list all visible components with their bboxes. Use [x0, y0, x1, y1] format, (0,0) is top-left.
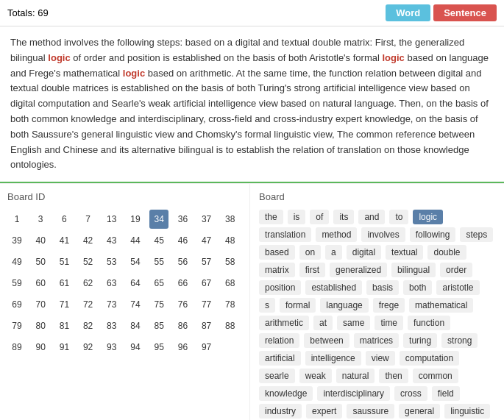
- board-cell[interactable]: 67: [197, 274, 216, 293]
- word-tag[interactable]: frege: [373, 298, 405, 313]
- word-tag[interactable]: its: [333, 210, 354, 224]
- word-tag[interactable]: artificial: [259, 351, 301, 366]
- word-tag[interactable]: expert: [306, 404, 342, 419]
- word-tag[interactable]: between: [304, 333, 349, 348]
- board-cell[interactable]: 39: [7, 231, 26, 250]
- board-cell[interactable]: 57: [197, 252, 216, 271]
- word-button[interactable]: Word: [386, 4, 430, 21]
- board-cell[interactable]: 43: [102, 231, 121, 250]
- word-tag[interactable]: view: [366, 351, 395, 366]
- board-cell[interactable]: 53: [102, 252, 121, 271]
- board-cell[interactable]: 52: [79, 252, 98, 271]
- word-tag[interactable]: bilingual: [391, 263, 436, 277]
- word-tag[interactable]: to: [389, 210, 408, 224]
- word-tag[interactable]: based: [259, 245, 295, 260]
- word-tag[interactable]: time: [375, 316, 403, 330]
- word-tag[interactable]: translation: [259, 227, 311, 242]
- word-tag[interactable]: relation: [259, 333, 299, 348]
- word-tag[interactable]: is: [288, 210, 306, 224]
- word-tag[interactable]: same: [337, 316, 370, 330]
- board-cell[interactable]: 80: [31, 316, 50, 335]
- board-cell[interactable]: 83: [102, 316, 121, 335]
- word-tag[interactable]: language: [320, 298, 368, 313]
- board-cell[interactable]: 84: [126, 316, 145, 335]
- board-cell[interactable]: 75: [149, 295, 168, 314]
- board-cell[interactable]: 93: [102, 338, 121, 357]
- board-cell[interactable]: 72: [79, 295, 98, 314]
- board-cell[interactable]: 66: [173, 274, 192, 293]
- board-cell[interactable]: 95: [149, 338, 168, 357]
- board-cell[interactable]: 97: [197, 338, 216, 357]
- board-cell[interactable]: 46: [173, 231, 192, 250]
- word-tag[interactable]: matrices: [354, 333, 399, 348]
- board-cell[interactable]: 48: [221, 231, 240, 250]
- word-tag[interactable]: first: [299, 263, 325, 277]
- board-cell[interactable]: 61: [54, 274, 74, 293]
- board-cell[interactable]: 74: [126, 295, 145, 314]
- word-tag[interactable]: on: [299, 245, 321, 260]
- board-cell[interactable]: 79: [7, 316, 26, 335]
- word-tag[interactable]: s: [259, 298, 275, 313]
- word-tag[interactable]: then: [379, 369, 408, 383]
- board-cell[interactable]: 70: [31, 295, 50, 314]
- word-tag[interactable]: mathematical: [409, 298, 473, 313]
- word-tag[interactable]: involves: [361, 227, 405, 242]
- word-tag[interactable]: logic: [413, 210, 443, 224]
- board-cell[interactable]: 54: [126, 252, 145, 271]
- word-tag[interactable]: natural: [336, 369, 375, 383]
- board-cell[interactable]: 78: [221, 295, 240, 314]
- board-cell[interactable]: 47: [197, 231, 216, 250]
- board-cell[interactable]: 96: [173, 338, 192, 357]
- word-tag[interactable]: a: [325, 245, 342, 260]
- board-cell[interactable]: 82: [79, 316, 98, 335]
- board-cell[interactable]: 44: [126, 231, 145, 250]
- word-tag[interactable]: searle: [259, 369, 295, 383]
- board-cell[interactable]: 86: [173, 316, 192, 335]
- word-tag[interactable]: basis: [366, 280, 399, 295]
- board-cell[interactable]: 38: [221, 210, 240, 229]
- board-cell[interactable]: 87: [197, 316, 216, 335]
- sentence-button[interactable]: Sentence: [433, 4, 497, 21]
- board-cell[interactable]: 19: [126, 210, 145, 229]
- word-tag[interactable]: digital: [347, 245, 381, 260]
- board-cell[interactable]: 88: [221, 316, 240, 335]
- word-tag[interactable]: at: [313, 316, 333, 330]
- board-cell[interactable]: 1: [7, 210, 26, 229]
- word-tag[interactable]: generalized: [330, 263, 387, 277]
- board-cell[interactable]: 56: [173, 252, 192, 271]
- word-tag[interactable]: arithmetic: [259, 316, 309, 330]
- word-tag[interactable]: and: [358, 210, 385, 224]
- board-cell[interactable]: 64: [126, 274, 145, 293]
- board-cell[interactable]: 36: [173, 210, 192, 229]
- board-cell[interactable]: 41: [54, 231, 74, 250]
- board-cell[interactable]: 51: [54, 252, 74, 271]
- word-tag[interactable]: industry: [259, 404, 302, 419]
- board-cell[interactable]: 77: [197, 295, 216, 314]
- word-tag[interactable]: weak: [299, 369, 332, 383]
- board-cell[interactable]: 37: [197, 210, 216, 229]
- word-tag[interactable]: the: [259, 210, 283, 224]
- board-cell[interactable]: 3: [31, 210, 50, 229]
- word-tag[interactable]: turing: [403, 333, 437, 348]
- board-cell[interactable]: 6: [54, 210, 74, 229]
- word-tag[interactable]: field: [432, 386, 460, 401]
- board-cell[interactable]: 94: [126, 338, 145, 357]
- board-cell[interactable]: 13: [102, 210, 121, 229]
- word-tag[interactable]: steps: [460, 227, 493, 242]
- board-cell[interactable]: 42: [79, 231, 98, 250]
- board-cell[interactable]: 76: [173, 295, 192, 314]
- board-cell[interactable]: 65: [149, 274, 168, 293]
- word-tag[interactable]: matrix: [259, 263, 295, 277]
- board-cell[interactable]: 91: [54, 338, 74, 357]
- word-tag[interactable]: method: [316, 227, 357, 242]
- word-tag[interactable]: textual: [386, 245, 423, 260]
- word-tag[interactable]: established: [305, 280, 362, 295]
- board-cell[interactable]: 60: [31, 274, 50, 293]
- board-cell[interactable]: 73: [102, 295, 121, 314]
- board-cell[interactable]: 69: [7, 295, 26, 314]
- word-tag[interactable]: function: [408, 316, 450, 330]
- board-cell[interactable]: 62: [79, 274, 98, 293]
- word-tag[interactable]: common: [413, 369, 458, 383]
- word-tag[interactable]: following: [410, 227, 456, 242]
- word-tag[interactable]: position: [259, 280, 301, 295]
